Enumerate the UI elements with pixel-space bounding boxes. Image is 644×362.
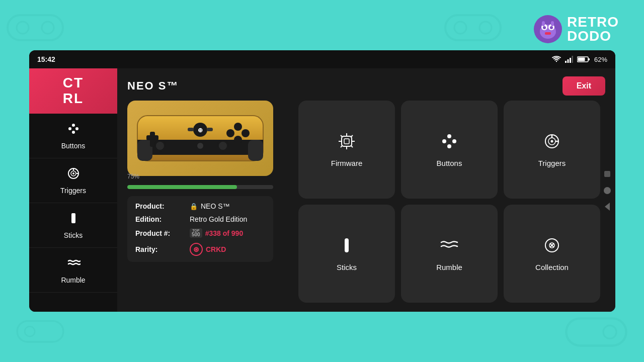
- firmware-button[interactable]: Firmware: [298, 101, 395, 199]
- svg-rect-25: [578, 58, 585, 61]
- buttons-grid-icon: [440, 132, 458, 154]
- edition-label: Edition:: [135, 215, 186, 223]
- svg-text:⊕: ⊕: [198, 127, 203, 134]
- buttons-button[interactable]: Buttons: [401, 101, 498, 199]
- signal-icon: [565, 56, 573, 63]
- sticks-grid-label: Sticks: [337, 263, 357, 272]
- svg-point-49: [226, 129, 234, 137]
- sidebar-rumble-label: Rumble: [61, 276, 85, 284]
- sticks-grid-icon: [338, 236, 356, 258]
- sticks-button[interactable]: Sticks: [298, 205, 395, 303]
- status-bar: 15:42 62%: [29, 50, 615, 68]
- svg-rect-0: [8, 15, 63, 40]
- battery-fill: [127, 185, 237, 189]
- device-section: ⊕ 75%: [127, 101, 605, 303]
- svg-line-65: [341, 145, 343, 147]
- svg-point-48: [242, 129, 250, 137]
- rumble-grid-label: Rumble: [436, 263, 462, 272]
- svg-point-14: [543, 26, 546, 29]
- status-icons: 62%: [552, 56, 607, 63]
- svg-rect-53: [188, 128, 194, 131]
- retro-dodo-mascot-icon: [533, 14, 563, 44]
- battery-percent: 62%: [594, 56, 607, 63]
- svg-rect-16: [545, 32, 551, 35]
- svg-point-9: [603, 325, 616, 338]
- svg-rect-19: [565, 61, 567, 63]
- svg-point-46: [219, 142, 227, 150]
- buttons-icon: [66, 122, 80, 139]
- scroll-indicators: [603, 171, 611, 209]
- lock-icon: 🔒: [190, 203, 198, 210]
- ctrl-logo-rl: RL: [63, 91, 84, 107]
- svg-point-2: [42, 22, 54, 34]
- svg-point-67: [442, 139, 446, 143]
- info-row-product-num: Product #: TOP 500 #338 of 990: [135, 228, 265, 238]
- sidebar-item-buttons[interactable]: Buttons: [29, 114, 117, 158]
- firmware-label: Firmware: [331, 159, 363, 167]
- retro-text: RETRO: [567, 15, 619, 29]
- svg-rect-56: [342, 136, 352, 146]
- status-time: 15:42: [37, 55, 55, 63]
- triggers-grid-icon: [543, 132, 561, 154]
- info-table: Product: 🔒 NEO S™ Edition: Retro Gold Ed…: [127, 196, 273, 262]
- svg-rect-8: [566, 318, 626, 345]
- collection-grid-icon: [543, 236, 561, 258]
- rumble-button[interactable]: Rumble: [401, 205, 498, 303]
- info-row-product: Product: 🔒 NEO S™: [135, 202, 265, 210]
- exit-button[interactable]: Exit: [562, 76, 605, 96]
- scroll-box-indicator: [604, 171, 610, 177]
- sidebar-sticks-label: Sticks: [64, 231, 83, 239]
- svg-rect-75: [345, 238, 349, 252]
- svg-rect-21: [570, 58, 571, 63]
- sidebar-triggers-label: Triggers: [60, 187, 86, 195]
- svg-rect-22: [572, 56, 573, 63]
- sticks-icon: [66, 211, 80, 228]
- triggers-button[interactable]: Triggers: [504, 101, 600, 199]
- svg-point-55: [197, 143, 203, 149]
- product-label: Product:: [135, 202, 186, 210]
- crkd-badge: ⊛: [190, 243, 203, 256]
- collection-button[interactable]: Collection: [504, 205, 600, 303]
- svg-rect-35: [71, 213, 75, 223]
- svg-rect-17: [542, 21, 545, 26]
- header-row: NEO S™ Exit: [127, 76, 605, 96]
- sidebar-item-triggers[interactable]: Triggers: [29, 158, 117, 203]
- info-row-rarity: Rarity: ⊛ CRKD: [135, 243, 265, 256]
- sidebar-item-rumble[interactable]: Rumble: [29, 248, 117, 293]
- sidebar: CT RL Buttons: [29, 68, 117, 312]
- ctrl-logo-ct: CT: [63, 75, 84, 91]
- triggers-grid-label: Triggers: [538, 159, 566, 167]
- sidebar-buttons-label: Buttons: [61, 142, 85, 150]
- svg-rect-6: [17, 321, 63, 342]
- svg-point-74: [551, 140, 553, 142]
- svg-point-34: [72, 172, 74, 174]
- svg-rect-54: [207, 128, 213, 131]
- svg-point-68: [452, 139, 456, 143]
- svg-point-5: [479, 22, 492, 34]
- product-num-label: Product #:: [135, 229, 186, 237]
- top500-badge: TOP 500: [190, 228, 202, 238]
- svg-point-15: [550, 26, 553, 29]
- wifi-icon: [552, 56, 561, 63]
- svg-rect-18: [551, 21, 554, 26]
- sidebar-item-sticks[interactable]: Sticks: [29, 203, 117, 248]
- svg-point-7: [25, 326, 35, 336]
- svg-rect-57: [344, 139, 349, 144]
- product-value: 🔒 NEO S™: [190, 202, 230, 210]
- battery-percentage-label: 75%: [127, 173, 139, 180]
- collection-grid-label: Collection: [535, 263, 569, 272]
- main-content: NEO S™ Exit: [117, 68, 615, 312]
- battery-track: [127, 185, 273, 189]
- svg-rect-40: [248, 140, 263, 161]
- device-left: ⊕ 75%: [127, 101, 283, 303]
- svg-rect-42: [146, 135, 158, 140]
- device-image: ⊕: [127, 101, 273, 176]
- battery-bar-container: 75%: [127, 181, 283, 189]
- rarity-label: Rarity:: [135, 245, 186, 253]
- buttons-grid-label: Buttons: [437, 159, 462, 167]
- controller-image: ⊕: [132, 106, 268, 171]
- svg-line-63: [351, 145, 353, 147]
- svg-rect-3: [445, 15, 501, 40]
- svg-point-4: [454, 22, 466, 34]
- firmware-icon: [338, 132, 356, 154]
